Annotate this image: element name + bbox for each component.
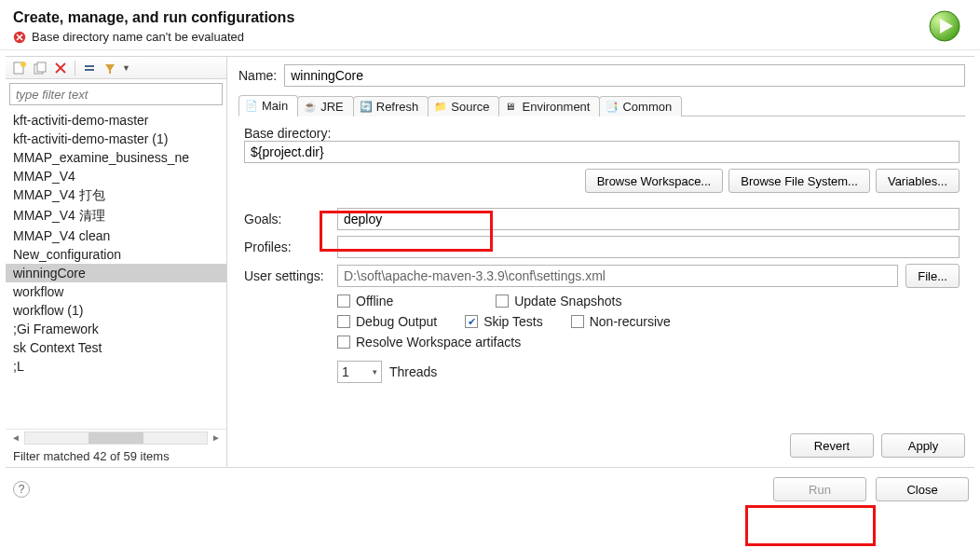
page-title: Create, manage, and run configurations bbox=[13, 9, 294, 26]
help-icon[interactable]: ? bbox=[13, 481, 30, 498]
tree-item[interactable]: winningCore bbox=[6, 264, 226, 282]
svg-rect-11 bbox=[85, 65, 94, 67]
tree-item[interactable]: MMAP_V4 bbox=[6, 167, 226, 185]
tab-main-content: Base directory: Browse Workspace... Brow… bbox=[238, 116, 965, 430]
revert-button[interactable]: Revert bbox=[790, 433, 874, 458]
configurations-tree-pane: ▼ kft-activiti-demo-masterkft-activiti-d… bbox=[6, 57, 227, 467]
tab-icon: 📁 bbox=[434, 101, 447, 114]
tab-icon: 🖥 bbox=[505, 101, 518, 114]
svg-rect-8 bbox=[37, 62, 46, 72]
filter-input[interactable] bbox=[9, 83, 223, 105]
configuration-tree[interactable]: kft-activiti-demo-masterkft-activiti-dem… bbox=[6, 109, 226, 429]
tree-item[interactable]: workflow bbox=[6, 282, 226, 301]
tab-icon: 📄 bbox=[245, 100, 258, 113]
debug-output-checkbox[interactable]: Debug Output bbox=[337, 314, 437, 329]
error-message: Base directory name can't be evaluated bbox=[13, 30, 294, 44]
duplicate-config-icon[interactable] bbox=[32, 60, 48, 76]
run-button[interactable]: Run bbox=[773, 477, 866, 501]
resolve-workspace-checkbox[interactable]: Resolve Workspace artifacts bbox=[337, 335, 521, 349]
tree-item[interactable]: MMAP_V4 clean bbox=[6, 226, 226, 245]
skip-tests-checkbox[interactable]: ✔Skip Tests bbox=[465, 314, 543, 329]
tree-item[interactable]: MMAP_examine_business_ne bbox=[6, 148, 226, 167]
tab-source[interactable]: 📁Source bbox=[428, 96, 499, 116]
svg-marker-13 bbox=[105, 64, 115, 74]
tab-label: JRE bbox=[320, 100, 344, 114]
svg-point-6 bbox=[20, 62, 26, 67]
tree-item[interactable]: New_configuration bbox=[6, 245, 226, 264]
variables-button[interactable]: Variables... bbox=[876, 169, 960, 193]
tab-main[interactable]: 📄Main bbox=[238, 95, 298, 116]
tree-item[interactable]: sk Context Test bbox=[6, 338, 226, 357]
threads-label: Threads bbox=[389, 364, 437, 379]
error-icon bbox=[13, 31, 26, 44]
tab-common[interactable]: 📑Common bbox=[599, 96, 682, 116]
name-input[interactable] bbox=[284, 64, 965, 87]
non-recursive-checkbox[interactable]: Non-recursive bbox=[571, 314, 671, 329]
name-label: Name: bbox=[238, 68, 277, 83]
horizontal-scrollbar[interactable]: ◄ ► bbox=[6, 429, 226, 445]
update-snapshots-checkbox[interactable]: Update Snapshots bbox=[496, 294, 621, 308]
tree-item[interactable]: kft-activiti-demo-master bbox=[6, 111, 226, 130]
tab-icon: ☕ bbox=[304, 101, 317, 114]
tab-jre[interactable]: ☕JRE bbox=[297, 96, 354, 116]
goals-input[interactable] bbox=[337, 208, 960, 230]
tab-label: Environment bbox=[522, 100, 590, 114]
base-directory-label: Base directory: bbox=[244, 126, 331, 141]
tab-refresh[interactable]: 🔄Refresh bbox=[353, 96, 429, 116]
base-directory-input[interactable] bbox=[244, 141, 960, 163]
goals-label: Goals: bbox=[244, 212, 330, 226]
tree-item[interactable]: MMAP_V4 清理 bbox=[6, 206, 226, 226]
scroll-right-icon[interactable]: ► bbox=[211, 432, 221, 443]
tree-item[interactable]: MMAP_V4 打包 bbox=[6, 185, 226, 206]
tab-bar: 📄Main☕JRE🔄Refresh📁Source🖥Environment📑Com… bbox=[238, 92, 965, 116]
error-text: Base directory name can't be evaluated bbox=[32, 30, 244, 44]
tab-icon: 📑 bbox=[606, 101, 619, 114]
tab-icon: 🔄 bbox=[360, 101, 373, 114]
threads-spinner[interactable]: 1▾ bbox=[337, 361, 382, 383]
tree-item[interactable]: ;L bbox=[6, 357, 226, 376]
configuration-form: Name: 📄Main☕JRE🔄Refresh📁Source🖥Environme… bbox=[227, 57, 974, 467]
filter-status: Filter matched 42 of 59 items bbox=[6, 445, 226, 467]
tab-environment[interactable]: 🖥Environment bbox=[498, 96, 600, 116]
svg-rect-12 bbox=[85, 69, 94, 71]
tab-label: Source bbox=[451, 100, 489, 114]
chevron-down-icon[interactable]: ▼ bbox=[122, 63, 130, 73]
user-settings-input[interactable] bbox=[337, 265, 898, 287]
highlight-run bbox=[745, 505, 876, 546]
tab-label: Main bbox=[262, 99, 288, 113]
delete-config-icon[interactable] bbox=[52, 60, 69, 76]
tree-item[interactable]: workflow (1) bbox=[6, 301, 226, 320]
tree-toolbar: ▼ bbox=[6, 57, 226, 79]
scroll-left-icon[interactable]: ◄ bbox=[11, 432, 20, 443]
offline-checkbox[interactable]: Offline bbox=[337, 294, 393, 308]
browse-workspace-button[interactable]: Browse Workspace... bbox=[585, 169, 724, 193]
tree-item[interactable]: kft-activiti-demo-master (1) bbox=[6, 130, 226, 148]
tree-item[interactable]: ;Gi Framework bbox=[6, 320, 226, 338]
profiles-input[interactable] bbox=[337, 236, 960, 258]
profiles-label: Profiles: bbox=[244, 240, 330, 254]
browse-filesystem-button[interactable]: Browse File System... bbox=[728, 169, 870, 193]
apply-button[interactable]: Apply bbox=[881, 433, 965, 458]
run-large-icon bbox=[928, 9, 961, 43]
user-settings-label: User settings: bbox=[244, 268, 330, 283]
tab-label: Refresh bbox=[376, 100, 419, 114]
collapse-all-icon[interactable] bbox=[81, 60, 98, 76]
file-button[interactable]: File... bbox=[905, 264, 960, 288]
filter-dropdown-icon[interactable] bbox=[102, 60, 118, 76]
new-config-icon[interactable] bbox=[11, 60, 28, 76]
close-button[interactable]: Close bbox=[876, 477, 969, 501]
tab-label: Common bbox=[622, 100, 672, 114]
